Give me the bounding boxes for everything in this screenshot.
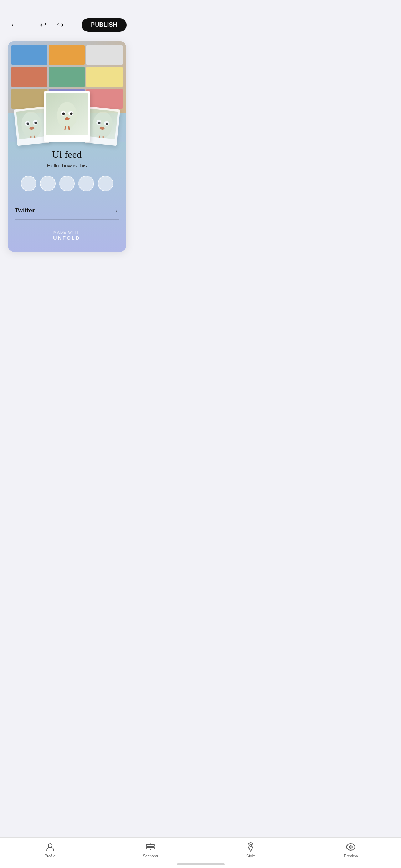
rubiks-cell-3 [86, 45, 122, 65]
polaroid-center [44, 91, 90, 142]
redo-button[interactable]: ↪ [53, 18, 67, 32]
polaroid-center-image [46, 93, 88, 135]
top-bar: ← ↩ ↪ PUBLISH [0, 0, 134, 38]
svg-point-16 [91, 110, 114, 139]
feed-subtitle: Hello, how is this [47, 162, 87, 169]
rubiks-cell-2 [49, 45, 85, 65]
rubiks-cell-6 [86, 67, 122, 87]
twitter-label: Twitter [15, 207, 35, 214]
egg-icon-left [17, 109, 45, 139]
arrow-right-icon: → [112, 206, 119, 215]
polaroid-right-image [87, 109, 118, 139]
avatar-2 [40, 176, 56, 191]
made-with-label: MADE WITH [53, 231, 80, 234]
svg-point-13 [65, 117, 70, 120]
svg-point-0 [20, 110, 43, 139]
egg-icon-center [55, 98, 79, 130]
svg-point-12 [70, 113, 72, 115]
rubiks-cell-5 [49, 67, 85, 87]
svg-point-11 [62, 113, 65, 115]
card-content: Ui feed Hello, how is this Twitter → MAD… [8, 142, 126, 252]
avatar-5 [98, 176, 113, 191]
rubiks-cell-1 [11, 45, 47, 65]
svg-line-14 [65, 127, 65, 130]
made-with: MADE WITH UNFOLD [53, 231, 80, 241]
rubiks-cell-4 [11, 67, 47, 87]
twitter-row[interactable]: Twitter → [15, 201, 119, 220]
undo-button[interactable]: ↩ [36, 18, 50, 32]
egg-icon-right [88, 109, 117, 139]
polaroid-left-image [16, 109, 47, 139]
publish-button[interactable]: PUBLISH [82, 18, 127, 32]
avatar-row [21, 176, 113, 191]
svg-point-8 [57, 102, 77, 129]
polaroid-row [8, 91, 126, 142]
avatar-1 [21, 176, 36, 191]
feed-title: Ui feed [52, 149, 82, 160]
svg-line-15 [69, 127, 70, 130]
top-bar-left: ← [7, 18, 21, 32]
top-bar-center: ↩ ↪ [36, 18, 67, 32]
avatar-3 [59, 176, 75, 191]
brand-label: UNFOLD [53, 235, 80, 241]
story-card: Ui feed Hello, how is this Twitter → MAD… [8, 41, 126, 252]
avatar-4 [78, 176, 94, 191]
back-button[interactable]: ← [7, 18, 21, 32]
